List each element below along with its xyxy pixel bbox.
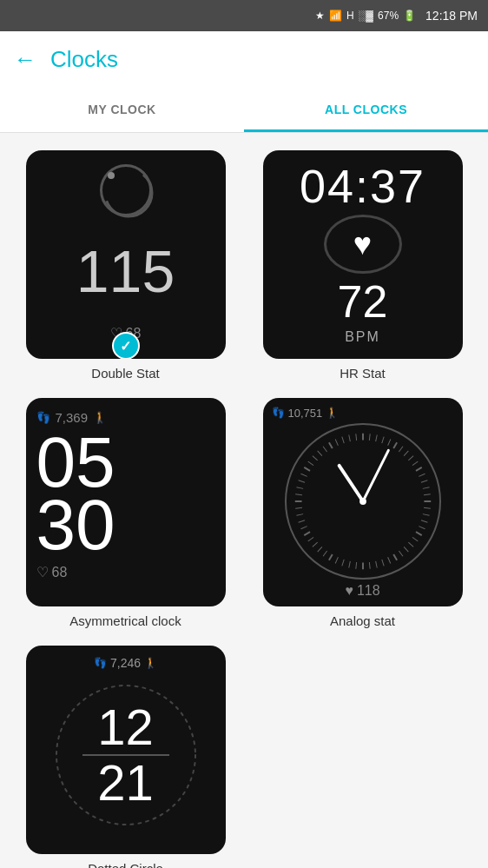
dot-steps: 7,246 bbox=[110, 656, 141, 670]
analog-top: 👣 10,751 🚶 bbox=[272, 407, 340, 420]
asym-minutes: 30 bbox=[36, 489, 115, 560]
svg-line-60 bbox=[355, 434, 356, 441]
svg-line-9 bbox=[408, 455, 413, 460]
hrs-heart-circle: ♥ bbox=[324, 215, 402, 274]
ds-circle bbox=[100, 164, 152, 216]
hrs-bpm-num: 72 bbox=[338, 279, 388, 324]
svg-line-28 bbox=[381, 559, 383, 565]
clock-label-analog: Analog stat bbox=[330, 613, 395, 628]
svg-line-19 bbox=[420, 520, 426, 521]
svg-line-25 bbox=[399, 550, 403, 555]
svg-line-59 bbox=[348, 434, 350, 441]
svg-line-45 bbox=[295, 507, 302, 508]
analog-steps: 10,751 bbox=[288, 407, 323, 420]
svg-line-54 bbox=[317, 450, 321, 455]
clock-item-asym[interactable]: 👣 7,369 🚶 05 30 ♡ 68 Asymmetrical clock bbox=[14, 398, 237, 628]
status-icons: ★ 📶 H ░▓ 67% 🔋 12:18 PM bbox=[315, 9, 478, 23]
clock-face-double-stat: 115 ♡ 68 ✓ bbox=[26, 150, 226, 359]
svg-line-4 bbox=[381, 436, 383, 442]
clock-item-double-stat[interactable]: 115 ♡ 68 ✓ Double Stat bbox=[14, 150, 237, 381]
ds-top bbox=[26, 164, 226, 216]
svg-line-13 bbox=[420, 480, 426, 481]
svg-line-26 bbox=[393, 553, 397, 560]
svg-line-21 bbox=[415, 532, 421, 535]
svg-line-27 bbox=[387, 557, 390, 563]
clock-label-asym: Asymmetrical clock bbox=[69, 613, 181, 628]
dot-steps-icon: 👣 bbox=[94, 657, 107, 669]
tab-all-clocks[interactable]: ALL CLOCKS bbox=[244, 87, 488, 132]
hrs-time: 04:37 bbox=[300, 162, 425, 209]
svg-line-49 bbox=[298, 480, 304, 481]
svg-line-38 bbox=[317, 547, 321, 552]
svg-line-35 bbox=[335, 557, 338, 563]
svg-line-20 bbox=[419, 526, 425, 528]
svg-line-55 bbox=[323, 446, 327, 451]
asym-heart-rate: 68 bbox=[52, 565, 68, 580]
signal-icon: ░▓ bbox=[359, 10, 373, 22]
svg-line-41 bbox=[304, 532, 310, 535]
battery-level: 67% bbox=[378, 10, 399, 22]
status-bar: ★ 📶 H ░▓ 67% 🔋 12:18 PM bbox=[0, 0, 488, 31]
analog-ticks-svg bbox=[287, 425, 439, 578]
svg-line-58 bbox=[341, 436, 343, 442]
svg-line-62 bbox=[363, 450, 388, 501]
svg-line-6 bbox=[393, 442, 397, 448]
battery-icon: 🔋 bbox=[403, 10, 416, 22]
svg-line-48 bbox=[296, 487, 303, 488]
app-bar: ← Clocks bbox=[0, 31, 488, 87]
svg-line-37 bbox=[323, 550, 327, 555]
clock-label-hr-stat: HR Stat bbox=[340, 366, 386, 381]
svg-line-50 bbox=[300, 474, 307, 476]
analog-heart-icon: ♥ bbox=[345, 583, 353, 599]
selected-badge: ✓ bbox=[112, 332, 140, 359]
clock-grid: 115 ♡ 68 ✓ Double Stat 04:37 ♥ 72 BPM HR… bbox=[0, 133, 488, 868]
svg-point-63 bbox=[359, 498, 366, 505]
svg-line-15 bbox=[424, 494, 431, 494]
clock-item-hr-stat[interactable]: 04:37 ♥ 72 BPM HR Stat bbox=[251, 150, 474, 381]
svg-line-57 bbox=[335, 439, 338, 445]
svg-line-29 bbox=[375, 560, 377, 567]
svg-line-18 bbox=[422, 514, 429, 515]
back-button[interactable]: ← bbox=[14, 48, 36, 70]
wifi-icon: 📶 bbox=[329, 10, 342, 22]
asym-heart-icon: ♡ bbox=[36, 564, 49, 580]
analog-clock-face bbox=[285, 423, 441, 580]
clock-item-dotted[interactable]: 👣 7,246 🚶 12 21 Dotted Circle bbox=[14, 646, 237, 868]
svg-line-33 bbox=[348, 560, 350, 567]
clock-face-dotted: 👣 7,246 🚶 12 21 bbox=[26, 646, 226, 854]
check-icon: ✓ bbox=[120, 338, 131, 354]
analog-person-icon: 🚶 bbox=[326, 407, 339, 419]
analog-heart-rate: 118 bbox=[357, 583, 380, 599]
dot-minute: 21 bbox=[97, 758, 154, 808]
svg-line-51 bbox=[304, 467, 310, 470]
tabs: MY CLOCK ALL CLOCKS bbox=[0, 87, 488, 133]
page-title: Clocks bbox=[50, 46, 118, 73]
svg-line-11 bbox=[415, 467, 421, 470]
svg-line-39 bbox=[312, 542, 317, 547]
svg-line-5 bbox=[387, 439, 390, 445]
clock-face-analog: 👣 10,751 🚶 bbox=[263, 398, 463, 606]
svg-line-61 bbox=[339, 465, 362, 500]
dot-top: 👣 7,246 🚶 bbox=[94, 656, 157, 670]
asym-heart-row: ♡ 68 bbox=[36, 564, 68, 580]
clock-label-dotted: Dotted Circle bbox=[88, 861, 163, 868]
clock-label-double-stat: Double Stat bbox=[91, 366, 159, 381]
analog-steps-icon: 👣 bbox=[272, 407, 285, 419]
svg-line-42 bbox=[300, 526, 307, 528]
tab-my-clock[interactable]: MY CLOCK bbox=[0, 87, 244, 132]
svg-line-30 bbox=[369, 562, 370, 569]
svg-line-43 bbox=[298, 520, 304, 521]
clock-item-analog[interactable]: 👣 10,751 🚶 bbox=[251, 398, 474, 628]
svg-line-7 bbox=[399, 446, 403, 451]
svg-line-53 bbox=[312, 455, 317, 460]
analog-stat-inner: 👣 10,751 🚶 bbox=[272, 407, 454, 599]
svg-line-23 bbox=[408, 542, 413, 547]
svg-line-52 bbox=[307, 461, 313, 466]
clock-face-hr-stat: 04:37 ♥ 72 BPM bbox=[263, 150, 463, 359]
svg-line-47 bbox=[295, 494, 302, 494]
dot-circle-wrap: 12 21 bbox=[48, 677, 204, 833]
status-time: 12:18 PM bbox=[425, 9, 478, 23]
h-indicator: H bbox=[346, 10, 354, 22]
svg-line-3 bbox=[375, 434, 377, 441]
svg-line-17 bbox=[424, 507, 431, 508]
